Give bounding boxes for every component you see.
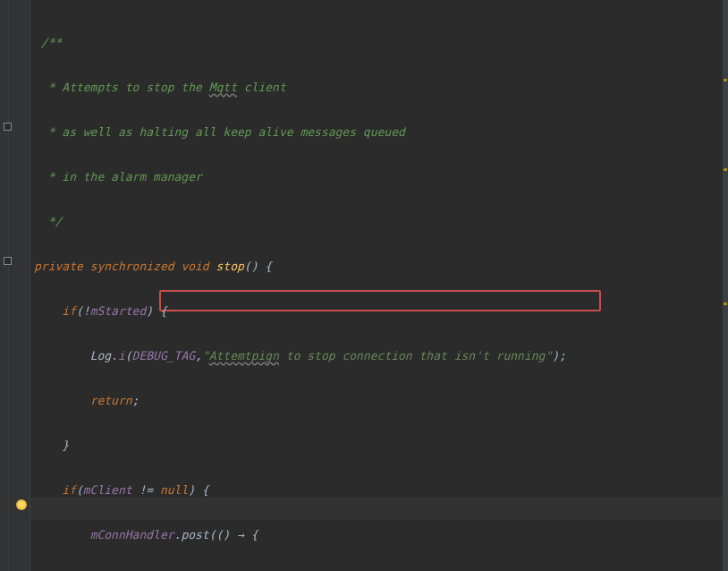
kw-synchronized: synchronized [90,260,174,273]
code-line[interactable]: */ [34,210,573,233]
kw-return: return [90,394,132,407]
fold-collapse-icon[interactable] [4,257,12,265]
scrollbar-track[interactable] [723,0,728,571]
code-area[interactable]: /** * Attempts to stop the Mqtt client *… [34,9,573,571]
code-line[interactable]: Log.i(DEBUG_TAG,"Attemtpign to stop conn… [34,345,573,367]
dot: . [111,349,118,362]
arrow-icon: → [237,528,244,541]
static-method: i [118,349,125,362]
intention-bulb-icon[interactable] [16,499,27,510]
punc: ) { [146,304,166,318]
method-name: stop [216,260,244,273]
kw-if: if [62,483,76,497]
str-open: " [202,349,209,362]
const-ref: DEBUG_TAG [132,349,195,362]
punc: ) { [188,483,208,497]
gutter [0,0,30,571]
method-call: post [181,528,208,541]
javadoc-text: * as well as halting all keep alive mess… [41,125,405,139]
code-line[interactable]: mConnHandler.post(() → { [34,524,573,546]
brace: { [258,260,272,273]
parens: () [244,260,258,273]
typo: Mqtt [209,81,237,94]
warn-mark[interactable] [724,79,727,81]
brace: } [62,439,69,452]
punc: ); [552,349,566,362]
javadoc-end: */ [41,215,62,228]
class-ref: Log [90,349,111,362]
brace: { [244,528,258,541]
code-line[interactable]: * in the alarm manager [34,166,573,188]
javadoc-text: client [237,81,286,94]
punc: (! [76,304,90,318]
code-line[interactable]: /** [34,31,573,54]
field-ref: mStarted [90,304,147,318]
field-ref: mClient [83,483,132,497]
paren: ( [76,483,83,497]
kw-if: if [62,304,76,318]
code-line[interactable]: return; [34,389,573,412]
warn-mark[interactable] [724,303,727,305]
code-line[interactable]: * as well as halting all keep alive mess… [34,121,573,143]
str-text: to stop connection that isn't running" [279,349,552,362]
code-line[interactable]: * Attempts to stop the Mqtt client [34,76,573,98]
comma: , [195,349,202,362]
javadoc-text: * Attempts to stop the [41,81,209,94]
javadoc-start: /** [41,36,62,49]
typo: Attemtpign [209,349,279,362]
kw-private: private [34,260,83,273]
javadoc-text: * in the alarm manager [41,170,202,183]
code-line[interactable]: } [34,434,573,456]
code-line[interactable]: if(mClient != null) { [34,479,573,501]
code-line[interactable]: private synchronized void stop() { [34,255,573,277]
field-ref: mConnHandler [90,528,174,541]
semi: ; [132,394,140,407]
lambda-open: (() [209,528,237,541]
code-line[interactable]: if(!mStarted) { [34,300,573,322]
kw-void: void [181,260,208,273]
fold-collapse-icon[interactable] [4,123,12,131]
op: != [132,483,160,497]
fold-line [8,0,9,571]
warn-mark[interactable] [724,168,727,171]
paren: ( [125,349,132,362]
kw-null: null [160,483,188,497]
